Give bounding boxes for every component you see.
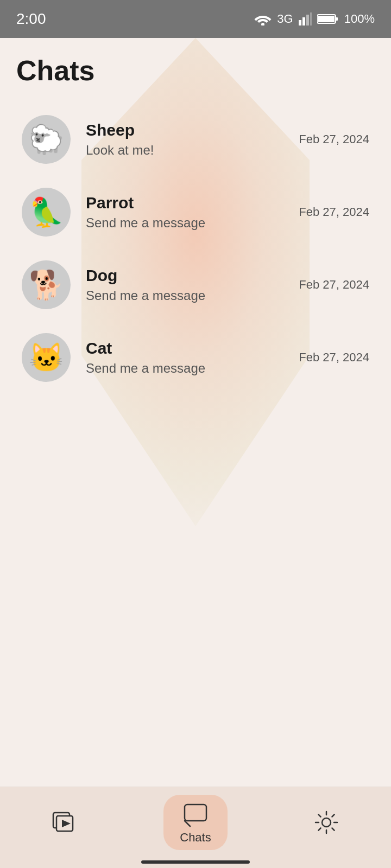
chat-name-parrot: Parrot (86, 194, 288, 212)
chat-name-cat: Cat (86, 339, 288, 358)
battery-label: 100% (344, 12, 375, 26)
status-bar: 2:00 3G 100% (0, 0, 391, 38)
avatar-emoji-sheep: 🐑 (22, 115, 71, 164)
avatar-cat: 🐱 (22, 333, 71, 382)
svg-rect-2 (302, 17, 305, 25)
signal-icon (299, 12, 312, 25)
chat-list: 🐑 Sheep Look at me! Feb 27, 2024 🦜 Parro… (16, 103, 375, 394)
chat-info-cat: Cat Send me a message (86, 339, 288, 376)
svg-rect-4 (310, 12, 312, 25)
avatar-parrot: 🦜 (22, 188, 71, 237)
settings-icon (313, 809, 340, 836)
chat-item-parrot[interactable]: 🦜 Parrot Send me a message Feb 27, 2024 (16, 176, 375, 248)
chat-item-dog[interactable]: 🐕 Dog Send me a message Feb 27, 2024 (16, 248, 375, 321)
svg-point-0 (261, 23, 264, 25)
battery-icon (317, 13, 339, 25)
chat-date-dog: Feb 27, 2024 (299, 278, 369, 292)
chat-item-sheep[interactable]: 🐑 Sheep Look at me! Feb 27, 2024 (16, 103, 375, 176)
network-label: 3G (277, 12, 293, 26)
chat-date-parrot: Feb 27, 2024 (299, 205, 369, 219)
chat-info-dog: Dog Send me a message (86, 266, 288, 303)
chat-info-parrot: Parrot Send me a message (86, 194, 288, 231)
avatar-emoji-cat: 🐱 (22, 333, 71, 382)
svg-rect-6 (318, 16, 335, 22)
svg-rect-1 (299, 20, 301, 25)
chat-preview-sheep: Look at me! (86, 143, 288, 158)
nav-item-media[interactable] (35, 803, 94, 841)
svg-rect-3 (306, 15, 309, 25)
media-icon (51, 809, 78, 836)
main-content: Chats 🐑 Sheep Look at me! Feb 27, 2024 🦜… (0, 38, 391, 394)
chat-name-sheep: Sheep (86, 121, 288, 139)
avatar-emoji-dog: 🐕 (22, 260, 71, 309)
chat-preview-cat: Send me a message (86, 361, 288, 376)
chat-preview-dog: Send me a message (86, 288, 288, 303)
chat-info-sheep: Sheep Look at me! (86, 121, 288, 158)
page-title: Chats (16, 54, 375, 87)
status-time: 2:00 (16, 10, 46, 28)
chat-preview-parrot: Send me a message (86, 215, 288, 231)
status-icons: 3G 100% (254, 12, 375, 26)
svg-line-12 (185, 821, 190, 826)
bottom-nav: Chats (0, 787, 391, 868)
svg-rect-7 (336, 17, 338, 21)
nav-item-settings[interactable] (297, 803, 356, 841)
avatar-dog: 🐕 (22, 260, 71, 309)
svg-point-13 (322, 818, 331, 827)
chat-name-dog: Dog (86, 266, 288, 285)
nav-item-chats[interactable]: Chats (163, 795, 227, 850)
avatar-emoji-parrot: 🦜 (22, 188, 71, 237)
avatar-sheep: 🐑 (22, 115, 71, 164)
wifi-icon (254, 12, 272, 25)
chat-date-cat: Feb 27, 2024 (299, 350, 369, 365)
chat-icon (182, 800, 209, 827)
home-indicator (141, 860, 250, 864)
nav-chats-label: Chats (180, 831, 211, 845)
chat-item-cat[interactable]: 🐱 Cat Send me a message Feb 27, 2024 (16, 321, 375, 394)
svg-rect-11 (185, 805, 206, 821)
chat-date-sheep: Feb 27, 2024 (299, 132, 369, 146)
